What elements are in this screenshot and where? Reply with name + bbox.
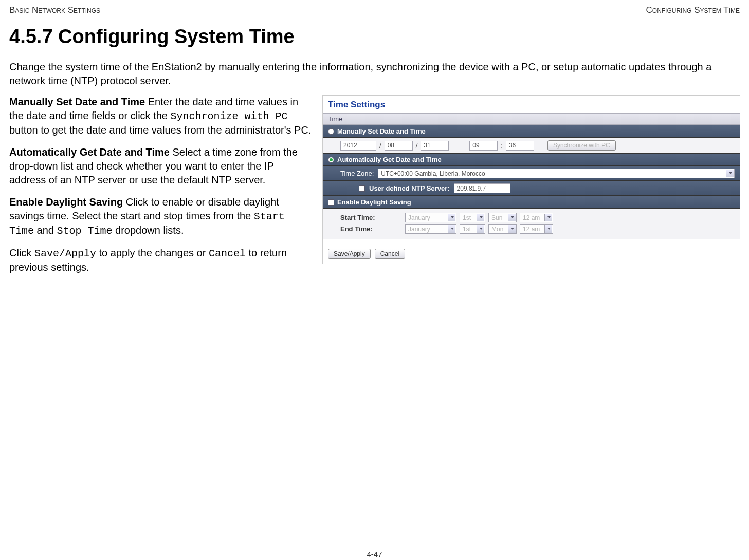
timezone-label: Time Zone:: [340, 170, 374, 177]
cancel-button[interactable]: Cancel: [375, 249, 405, 259]
section-heading: 4.5.7 Configuring System Time: [9, 26, 740, 48]
date-sep-1: /: [379, 142, 381, 150]
auto-row-header: Automatically Get Date and Time: [323, 153, 740, 166]
chevron-down-icon: [451, 216, 454, 218]
page-header: Basic Network Settings Configuring Syste…: [9, 5, 740, 15]
para-auto: Automatically Get Date and Time Select a…: [9, 145, 312, 187]
auto-label: Automatically Get Date and Time: [337, 156, 442, 163]
para-dst-text-b: and: [34, 225, 57, 236]
para-dst-text-c: dropdown lists.: [113, 225, 184, 236]
manual-label: Manually Set Date and Time: [337, 127, 426, 135]
dst-start-row: Start Time: January 1st Sun 12 am: [340, 213, 735, 222]
dst-end-month[interactable]: January: [405, 224, 456, 234]
panel-footer: Save/Apply Cancel: [323, 239, 740, 264]
para-auto-bold: Automatically Get Date and Time: [9, 146, 170, 158]
para-dst: Enable Daylight Saving Click to enable o…: [9, 195, 312, 238]
timezone-row: Time Zone: UTC+00:00 Gambia, Liberia, Mo…: [323, 166, 740, 181]
minute-field[interactable]: 36: [506, 141, 534, 151]
dst-row-header: Enable Daylight Saving: [323, 196, 740, 209]
chevron-down-icon: [511, 216, 514, 218]
para-dst-bold: Enable Daylight Saving: [9, 196, 123, 208]
para-save: Click Save/Apply to apply the changes or…: [9, 246, 312, 274]
para-manual-bold: Manually Set Date and Time: [9, 96, 145, 107]
ntp-row: User defined NTP Server: 209.81.9.7: [323, 181, 740, 196]
description-column: Manually Set Date and Time Enter the dat…: [9, 95, 312, 283]
para-save-code2: Cancel: [209, 248, 246, 259]
dst-end-weekday-value: Mon: [491, 226, 503, 233]
para-save-text-b: to apply the changes or: [96, 247, 209, 258]
dst-start-weekday-value: Sun: [491, 214, 502, 221]
dst-fields: Start Time: January 1st Sun 12 am End Ti…: [323, 209, 740, 239]
day-field[interactable]: 31: [421, 141, 449, 151]
manual-radio[interactable]: [328, 128, 334, 135]
timezone-select[interactable]: UTC+00:00 Gambia, Liberia, Morocco: [378, 169, 735, 178]
panel-title: Time Settings: [323, 96, 740, 113]
auto-radio[interactable]: [328, 157, 334, 163]
date-sep-2: /: [416, 142, 418, 150]
dst-start-label: Start Time:: [340, 214, 402, 221]
manual-fields-row: 2012 / 08 / 31 09 : 36 Synchronize with …: [323, 138, 740, 153]
chevron-down-icon: [511, 228, 514, 230]
time-sep: :: [501, 142, 503, 150]
chevron-down-icon: [480, 216, 483, 218]
intro-paragraph: Change the system time of the EnStation2…: [9, 60, 740, 88]
time-section-header: Time: [323, 113, 740, 125]
time-settings-panel: Time Settings Time Manually Set Date and…: [322, 95, 740, 264]
dst-start-month[interactable]: January: [405, 213, 456, 222]
ntp-checkbox[interactable]: [359, 185, 365, 192]
dst-start-day[interactable]: 1st: [460, 213, 485, 222]
para-manual-code: Synchronize with PC: [171, 110, 288, 122]
para-save-text-a: Click: [9, 247, 34, 258]
dst-start-month-value: January: [408, 214, 430, 221]
dst-end-day[interactable]: 1st: [460, 224, 485, 234]
chevron-down-icon: [480, 228, 483, 230]
header-left: Basic Network Settings: [9, 5, 100, 15]
dst-end-row: End Time: January 1st Mon 12 am: [340, 224, 735, 234]
dst-start-weekday[interactable]: Sun: [488, 213, 517, 222]
para-dst-code2: Stop Time: [57, 225, 113, 237]
page-number: 4-47: [9, 550, 740, 558]
para-manual: Manually Set Date and Time Enter the dat…: [9, 95, 312, 137]
year-field[interactable]: 2012: [340, 141, 376, 151]
dst-end-day-value: 1st: [463, 226, 471, 233]
dst-label: Enable Daylight Saving: [337, 198, 411, 206]
sync-pc-button[interactable]: Synchronize with PC: [547, 140, 616, 151]
dst-end-time-value: 12 am: [523, 226, 540, 233]
dst-start-day-value: 1st: [463, 214, 471, 221]
month-field[interactable]: 08: [385, 141, 413, 151]
para-save-code1: Save/Apply: [34, 248, 96, 259]
dst-checkbox[interactable]: [328, 199, 334, 206]
chevron-down-icon: [547, 228, 551, 230]
header-right: Configuring System Time: [646, 5, 740, 15]
ntp-label: User defined NTP Server:: [369, 184, 450, 192]
dst-end-month-value: January: [408, 226, 430, 233]
dst-end-time[interactable]: 12 am: [520, 224, 553, 234]
hour-field[interactable]: 09: [469, 141, 498, 151]
chevron-down-icon: [729, 172, 732, 174]
timezone-value: UTC+00:00 Gambia, Liberia, Morocco: [381, 170, 485, 177]
para-manual-text-b: button to get the date and time values f…: [9, 124, 311, 136]
dst-end-weekday[interactable]: Mon: [488, 224, 517, 234]
dst-start-time[interactable]: 12 am: [520, 213, 553, 222]
manual-row-header: Manually Set Date and Time: [323, 125, 740, 138]
dst-end-label: End Time:: [340, 225, 402, 233]
chevron-down-icon: [451, 228, 454, 230]
ntp-server-field[interactable]: 209.81.9.7: [454, 183, 510, 193]
chevron-down-icon: [547, 216, 551, 218]
dst-start-time-value: 12 am: [523, 214, 540, 221]
save-apply-button[interactable]: Save/Apply: [328, 249, 371, 259]
